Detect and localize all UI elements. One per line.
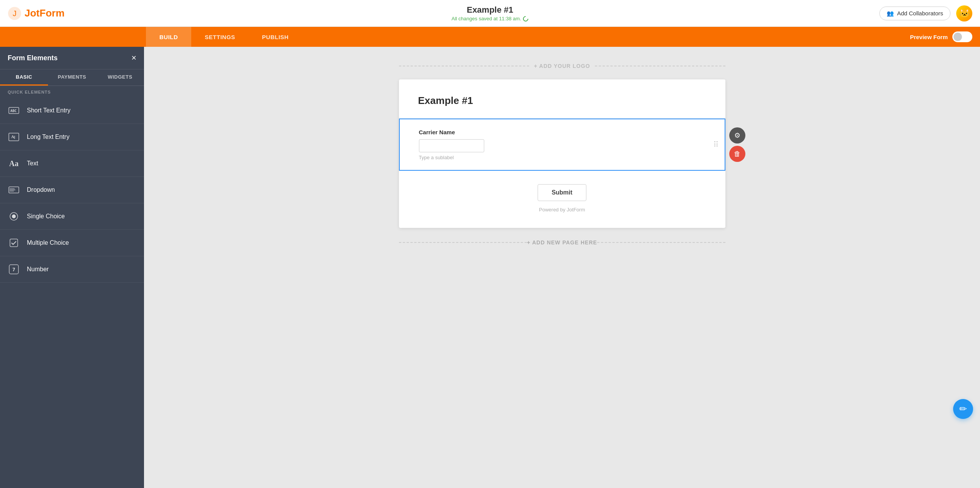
dashed-line-page-right xyxy=(597,242,725,243)
tab-payments[interactable]: PAYMENTS xyxy=(48,69,96,86)
field-label-carrier-name: Carrier Name xyxy=(419,129,705,135)
sidebar-item-text[interactable]: Aa Text xyxy=(0,150,144,177)
sidebar-items: ABC Short Text Entry A Long Text Entry xyxy=(0,97,144,488)
jotform-logo-icon: J xyxy=(8,7,22,20)
short-text-icon: ABC xyxy=(8,104,20,117)
form-card: Example #1 Carrier Name Type a sublabel … xyxy=(399,79,725,228)
preview-area: Preview Form xyxy=(910,31,980,42)
sidebar-item-multiple-choice[interactable]: Multiple Choice xyxy=(0,230,144,256)
collaborator-icon: 👥 xyxy=(887,10,894,17)
tab-settings[interactable]: SETTINGS xyxy=(191,27,248,47)
tab-widgets[interactable]: WIDGETS xyxy=(96,69,144,86)
long-text-icon: A xyxy=(8,131,20,143)
add-collaborators-button[interactable]: 👥 Add Collaborators xyxy=(879,7,950,20)
tab-basic[interactable]: BASIC xyxy=(0,69,48,86)
field-delete-button[interactable]: 🗑 xyxy=(729,146,745,162)
avatar[interactable]: 🐱 xyxy=(956,5,972,21)
form-card-title: Example #1 xyxy=(418,95,706,107)
nav-bar: BUILD SETTINGS PUBLISH Preview Form xyxy=(0,27,980,47)
dashed-line-page-left xyxy=(399,242,527,243)
close-sidebar-button[interactable]: × xyxy=(131,54,136,62)
svg-point-12 xyxy=(12,214,16,218)
number-label: Number xyxy=(27,266,49,273)
top-header: J JotForm Example #1 All changes saved a… xyxy=(0,0,980,27)
short-text-label: Short Text Entry xyxy=(27,107,71,114)
sidebar-item-number[interactable]: 7 Number xyxy=(0,256,144,283)
text-label: Text xyxy=(27,160,38,167)
field-actions: ⚙ 🗑 xyxy=(729,127,745,162)
svg-text:7: 7 xyxy=(12,267,15,272)
dropdown-label: Dropdown xyxy=(27,186,55,193)
long-text-label: Long Text Entry xyxy=(27,134,70,140)
header-right: 👥 Add Collaborators 🐱 xyxy=(879,5,972,21)
sidebar-item-long-text[interactable]: A Long Text Entry xyxy=(0,124,144,150)
refresh-icon xyxy=(522,15,530,23)
preview-toggle[interactable] xyxy=(952,31,972,42)
drag-handle[interactable]: ⠿ xyxy=(713,140,719,149)
form-title-header: Example #1 xyxy=(452,5,528,15)
field-container-carrier-name: Carrier Name Type a sublabel ⠿ ⚙ 🗑 xyxy=(399,119,725,171)
tab-publish[interactable]: PUBLISH xyxy=(248,27,302,47)
sidebar-title: Form Elements xyxy=(8,54,58,62)
field-settings-button[interactable]: ⚙ xyxy=(729,127,745,143)
single-choice-icon xyxy=(8,210,20,223)
logo-text: JotForm xyxy=(25,7,65,19)
header-center: Example #1 All changes saved at 11:38 am… xyxy=(452,5,528,21)
powered-by: Powered by JotForm xyxy=(539,207,585,213)
sidebar: Form Elements × BASIC PAYMENTS WIDGETS Q… xyxy=(0,47,144,488)
dashed-line-left xyxy=(399,66,530,66)
number-icon: 7 xyxy=(8,263,20,275)
multiple-choice-label: Multiple Choice xyxy=(27,239,69,246)
field-input-carrier-name[interactable] xyxy=(419,139,484,152)
field-sublabel-carrier-name: Type a sublabel xyxy=(419,155,705,160)
main-layout: Form Elements × BASIC PAYMENTS WIDGETS Q… xyxy=(0,47,980,488)
svg-text:J: J xyxy=(13,9,17,18)
sidebar-tabs: BASIC PAYMENTS WIDGETS xyxy=(0,69,144,86)
submit-button[interactable]: Submit xyxy=(538,184,586,201)
save-status: All changes saved at 11:38 am. xyxy=(452,16,528,21)
logo-area: J JotForm xyxy=(8,7,65,20)
single-choice-label: Single Choice xyxy=(27,213,65,220)
tab-build[interactable]: BUILD xyxy=(146,27,191,47)
multiple-choice-icon xyxy=(8,237,20,249)
add-logo-bar[interactable]: + ADD YOUR LOGO xyxy=(399,58,725,74)
svg-text:A: A xyxy=(11,134,14,139)
add-new-page-bar[interactable]: + ADD NEW PAGE HERE xyxy=(399,234,725,251)
sidebar-header: Form Elements × xyxy=(0,47,144,69)
dropdown-icon xyxy=(8,184,20,196)
quick-elements-label: QUICK ELEMENTS xyxy=(0,86,144,97)
form-card-footer: Submit Powered by JotForm xyxy=(399,171,725,228)
svg-text:ABC: ABC xyxy=(10,109,17,113)
fab-edit-button[interactable]: ✏ xyxy=(953,399,973,419)
sidebar-item-dropdown[interactable]: Dropdown xyxy=(0,177,144,203)
sidebar-item-short-text[interactable]: ABC Short Text Entry xyxy=(0,97,144,124)
svg-rect-13 xyxy=(10,239,18,247)
canvas-area: + ADD YOUR LOGO Example #1 Carrier Name … xyxy=(144,47,980,488)
text-icon: Aa xyxy=(8,157,20,170)
form-field-carrier-name[interactable]: Carrier Name Type a sublabel ⠿ xyxy=(399,119,725,171)
sidebar-item-single-choice[interactable]: Single Choice xyxy=(0,203,144,230)
form-card-header: Example #1 xyxy=(399,79,725,119)
dashed-line-right xyxy=(595,66,725,66)
